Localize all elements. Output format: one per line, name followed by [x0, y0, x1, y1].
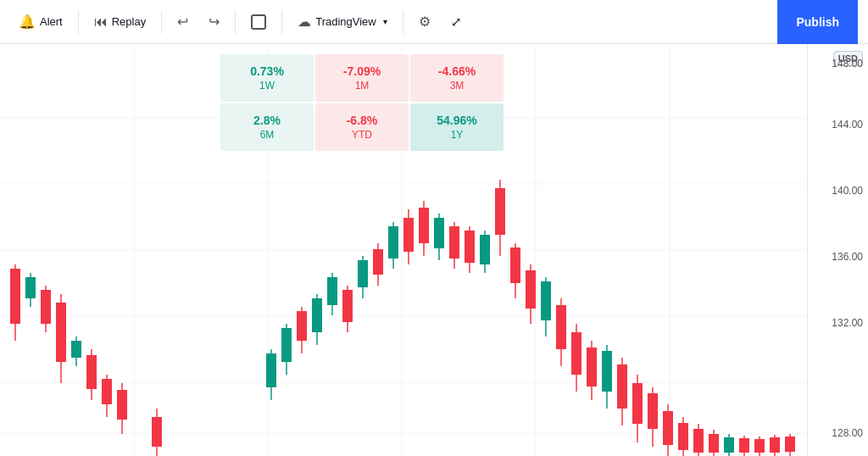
svg-rect-44: [373, 249, 383, 275]
chart-main[interactable]: 0.73% 1W -7.09% 1M -4.66% 3M 2.8% 6M -6.…: [0, 44, 807, 456]
svg-rect-18: [56, 303, 66, 362]
stat-period: YTD: [352, 129, 372, 141]
fullscreen-icon: ⤢: [451, 14, 462, 30]
svg-rect-36: [312, 298, 322, 332]
publish-button[interactable]: Publish: [777, 0, 858, 44]
alert-button[interactable]: 🔔 Alert: [10, 8, 71, 35]
svg-rect-80: [648, 393, 658, 429]
svg-rect-72: [587, 348, 597, 386]
gear-icon: ⚙: [419, 14, 431, 30]
svg-rect-12: [10, 269, 20, 324]
stat-cell-1m: -7.09% 1M: [315, 54, 409, 102]
svg-rect-82: [663, 411, 673, 445]
svg-rect-70: [571, 332, 581, 375]
stat-value: -4.66%: [438, 64, 476, 78]
svg-rect-88: [709, 434, 719, 453]
replay-button[interactable]: ⏮ Replay: [86, 9, 154, 35]
svg-rect-92: [739, 438, 749, 453]
price-level-136: 136.00: [832, 251, 863, 263]
alert-icon: 🔔: [19, 14, 36, 30]
separator-1: [78, 10, 79, 34]
svg-rect-78: [632, 383, 643, 424]
chevron-down-icon: ▾: [383, 17, 387, 26]
svg-rect-38: [327, 277, 337, 305]
svg-rect-64: [526, 270, 536, 309]
svg-rect-86: [693, 429, 704, 453]
svg-rect-76: [617, 364, 627, 409]
svg-rect-56: [465, 231, 475, 263]
replay-icon: ⏮: [94, 14, 108, 30]
stat-period: 1W: [259, 80, 275, 92]
price-level-148: 148.00: [832, 58, 863, 70]
stat-cell-1y: 54.96% 1Y: [410, 103, 504, 151]
svg-rect-50: [419, 208, 429, 243]
replay-label: Replay: [112, 15, 146, 28]
price-axis: USD 148.00 144.00 140.00 136.00 132.00 1…: [807, 44, 868, 456]
redo-button[interactable]: ↪: [200, 8, 228, 35]
svg-rect-60: [495, 188, 505, 235]
stat-cell-6m: 2.8% 6M: [220, 103, 314, 151]
svg-rect-48: [403, 218, 414, 252]
stat-value: -6.8%: [347, 114, 378, 127]
stat-period: 3M: [450, 80, 465, 92]
fullscreen-button[interactable]: ⤢: [442, 9, 470, 35]
stat-value: -7.09%: [343, 64, 381, 78]
undo-icon: ↩: [177, 14, 188, 30]
undo-button[interactable]: ↩: [169, 8, 197, 35]
svg-rect-66: [541, 281, 551, 320]
svg-rect-30: [266, 353, 276, 387]
platform-label: TradingView: [315, 15, 376, 28]
svg-rect-54: [449, 226, 459, 259]
redo-icon: ↪: [209, 14, 220, 30]
svg-rect-40: [342, 290, 353, 322]
stat-value: 2.8%: [253, 114, 281, 127]
separator-5: [403, 10, 403, 34]
toolbar: 🔔 Alert ⏮ Replay ↩ ↪ ☁ TradingView ▾ ⚙ ⤢…: [0, 0, 868, 44]
price-level-128: 128.00: [832, 427, 863, 439]
svg-rect-96: [770, 437, 780, 453]
stop-icon: [251, 14, 266, 30]
svg-rect-16: [41, 290, 51, 324]
stats-overlay: 0.73% 1W -7.09% 1M -4.66% 3M 2.8% 6M -6.…: [220, 54, 504, 151]
svg-rect-20: [71, 341, 81, 358]
svg-rect-68: [556, 305, 566, 349]
svg-rect-28: [152, 417, 162, 447]
svg-rect-14: [25, 277, 36, 298]
svg-rect-46: [388, 226, 398, 259]
stat-period: 1Y: [451, 129, 464, 141]
settings-button[interactable]: ⚙: [410, 8, 439, 35]
stat-cell-1w: 0.73% 1W: [220, 54, 314, 102]
svg-rect-94: [754, 439, 765, 453]
stat-cell-ytd: -6.8% YTD: [315, 103, 409, 151]
svg-rect-74: [602, 351, 612, 392]
stop-button[interactable]: [242, 9, 275, 35]
alert-label: Alert: [40, 15, 63, 28]
svg-rect-84: [678, 423, 688, 450]
platform-button[interactable]: ☁ TradingView ▾: [289, 8, 396, 35]
separator-3: [235, 10, 236, 34]
svg-rect-32: [281, 328, 292, 362]
stat-value: 54.96%: [437, 114, 476, 127]
svg-rect-26: [117, 390, 127, 420]
cloud-icon: ☁: [298, 14, 311, 30]
svg-rect-98: [785, 437, 795, 452]
svg-rect-62: [510, 247, 520, 283]
svg-rect-42: [358, 260, 368, 287]
svg-rect-58: [480, 235, 490, 264]
svg-rect-22: [86, 355, 97, 389]
separator-4: [281, 10, 282, 34]
price-level-132: 132.00: [832, 317, 863, 329]
stat-cell-3m: -4.66% 3M: [410, 54, 504, 102]
svg-rect-24: [102, 379, 112, 404]
price-level-140: 140.00: [832, 185, 863, 197]
svg-rect-90: [724, 437, 734, 453]
stat-period: 6M: [260, 129, 275, 141]
separator-2: [161, 10, 162, 34]
stat-period: 1M: [355, 80, 370, 92]
svg-rect-52: [434, 218, 444, 248]
price-level-144: 144.00: [832, 119, 863, 131]
stat-value: 0.73%: [250, 64, 284, 78]
svg-rect-34: [297, 311, 307, 341]
chart-area: 0.73% 1W -7.09% 1M -4.66% 3M 2.8% 6M -6.…: [0, 44, 868, 456]
